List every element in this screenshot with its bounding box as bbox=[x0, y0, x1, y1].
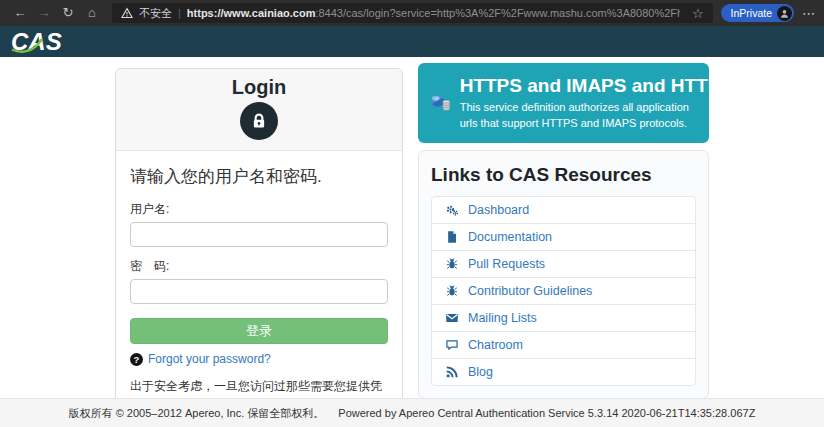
refresh-icon[interactable]: ↻ bbox=[56, 0, 80, 26]
url-path: :8443/cas/login?service=http%3A%2F%2Fwww… bbox=[315, 7, 679, 19]
url-text: https://www.cainiao.com:8443/cas/login?s… bbox=[187, 7, 680, 19]
resource-link[interactable]: Dashboard bbox=[468, 203, 529, 217]
powered-by-text: Powered by Apereo Central Authentication… bbox=[338, 407, 755, 419]
resource-link-row[interactable]: Blog bbox=[431, 358, 696, 386]
banner-description: This service definition authorizes all a… bbox=[460, 100, 697, 131]
resource-link[interactable]: Documentation bbox=[468, 230, 552, 244]
service-banner: HTTPS and IMAPS and HTTP This service de… bbox=[418, 63, 709, 143]
inprivate-label: InPrivate bbox=[731, 7, 772, 19]
banner-title: HTTPS and IMAPS and HTTP bbox=[460, 75, 697, 97]
file-icon bbox=[444, 230, 459, 244]
cogs-icon bbox=[444, 203, 459, 217]
favorites-star-icon[interactable]: ☆ bbox=[692, 6, 704, 21]
address-separator: | bbox=[178, 7, 181, 19]
resource-link[interactable]: Pull Requests bbox=[468, 257, 545, 271]
username-input[interactable] bbox=[130, 222, 388, 247]
password-input[interactable] bbox=[130, 279, 388, 304]
comment-icon bbox=[444, 338, 459, 352]
site-header: CAS bbox=[0, 26, 824, 57]
envelope-icon bbox=[444, 311, 459, 325]
lock-icon bbox=[240, 102, 278, 140]
bug-icon bbox=[444, 284, 459, 298]
page-footer: 版权所有 © 2005–2012 Apereo, Inc. 保留全部权利。 Po… bbox=[0, 398, 824, 427]
login-title: Login bbox=[116, 76, 402, 99]
login-card-header: Login bbox=[116, 69, 402, 151]
resource-link[interactable]: Blog bbox=[468, 365, 493, 379]
home-icon[interactable]: ⌂ bbox=[80, 0, 104, 26]
resource-link[interactable]: Chatroom bbox=[468, 338, 523, 352]
login-instructions: 请输入您的用户名和密码. bbox=[130, 165, 388, 188]
browser-menu-icon[interactable]: ⋯ bbox=[802, 6, 816, 21]
forward-icon[interactable]: → bbox=[32, 0, 56, 26]
resources-title: Links to CAS Resources bbox=[431, 164, 696, 186]
address-bar[interactable]: 不安全 | https://www.cainiao.com:8443/cas/l… bbox=[112, 3, 713, 23]
login-submit-button[interactable]: 登录 bbox=[130, 318, 388, 344]
not-secure-warning-icon[interactable] bbox=[121, 7, 133, 19]
resources-list: Dashboard Documentation Pull Requests Co… bbox=[431, 196, 696, 386]
cas-logo: CAS bbox=[9, 28, 83, 56]
not-secure-label: 不安全 bbox=[139, 6, 172, 21]
password-label: 密 码: bbox=[130, 258, 388, 275]
copyright-text: 版权所有 © 2005–2012 Apereo, Inc. 保留全部权利。 bbox=[69, 406, 325, 421]
bug-icon bbox=[444, 257, 459, 271]
right-column: HTTPS and IMAPS and HTTP This service de… bbox=[418, 63, 709, 399]
inprivate-badge[interactable]: InPrivate bbox=[721, 4, 794, 22]
globe-database-icon bbox=[430, 83, 452, 123]
main-content: Login 请输入您的用户名和密码. 用户名: 密 码: 登录 ? Forgot… bbox=[0, 57, 824, 427]
url-host: https://www.cainiao.com bbox=[187, 7, 316, 19]
rss-icon bbox=[444, 365, 459, 379]
resource-link-row[interactable]: Documentation bbox=[431, 223, 696, 251]
resource-link-row[interactable]: Dashboard bbox=[431, 196, 696, 224]
resource-link-row[interactable]: Pull Requests bbox=[431, 250, 696, 278]
login-card: Login 请输入您的用户名和密码. 用户名: 密 码: 登录 ? Forgot… bbox=[115, 68, 403, 427]
browser-chrome: ← → ↻ ⌂ 不安全 | https://www.cainiao.com:84… bbox=[0, 0, 824, 26]
back-icon[interactable]: ← bbox=[8, 0, 32, 26]
profile-avatar-icon bbox=[777, 6, 792, 21]
resource-link-row[interactable]: Mailing Lists bbox=[431, 304, 696, 332]
resource-link-row[interactable]: Contributor Guidelines bbox=[431, 277, 696, 305]
resource-link[interactable]: Contributor Guidelines bbox=[468, 284, 592, 298]
question-circle-icon: ? bbox=[130, 353, 143, 366]
resources-card: Links to CAS Resources Dashboard Documen… bbox=[418, 150, 709, 399]
resource-link[interactable]: Mailing Lists bbox=[468, 311, 537, 325]
username-label: 用户名: bbox=[130, 201, 388, 218]
forgot-password-link[interactable]: Forgot your password? bbox=[148, 352, 271, 366]
login-form: 请输入您的用户名和密码. 用户名: 密 码: 登录 ? Forgot your … bbox=[116, 151, 402, 427]
resource-link-row[interactable]: Chatroom bbox=[431, 331, 696, 359]
